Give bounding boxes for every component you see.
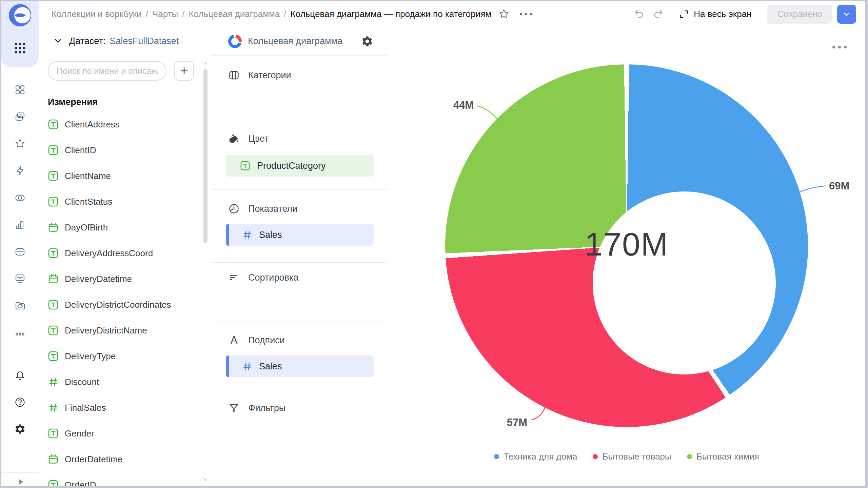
field-label: DayOfBirth	[65, 222, 108, 233]
fullscreen-icon[interactable]	[678, 8, 690, 20]
field-item-ClientName[interactable]: ClientName	[39, 163, 201, 189]
datalens-logo[interactable]	[9, 4, 31, 26]
rail-divider	[1, 472, 39, 473]
dimensions-header: Измерения	[48, 97, 98, 107]
field-label: DeliveryDistrictName	[65, 325, 147, 336]
topbar: Коллекции и воркбуки / Чарты / Кольцевая…	[39, 1, 865, 27]
nav-favorites-icon[interactable]	[14, 138, 26, 149]
chart-menu-icon[interactable]	[832, 46, 847, 48]
apps-grid-icon[interactable]	[13, 41, 27, 55]
nav-charts-icon[interactable]	[14, 219, 26, 231]
field-item-DeliveryAddressCoord[interactable]: DeliveryAddressCoord	[39, 240, 201, 266]
nav-monitoring-icon[interactable]	[14, 273, 26, 284]
field-item-DayOfBirth[interactable]: DayOfBirth	[39, 215, 201, 240]
field-item-DeliveryDistrictName[interactable]: DeliveryDistrictName	[39, 318, 201, 343]
field-search-input[interactable]	[48, 61, 166, 81]
favorite-star-icon[interactable]	[498, 8, 510, 20]
field-type-text-icon	[48, 119, 59, 130]
save-dropdown-button[interactable]	[837, 5, 856, 24]
legend-dot	[593, 454, 598, 459]
datalens-app: Коллекции и воркбуки / Чарты / Кольцевая…	[0, 0, 868, 488]
field-type-number-icon	[48, 377, 59, 387]
help-icon[interactable]	[14, 396, 26, 408]
nav-datasets-icon[interactable]	[14, 192, 26, 204]
notifications-bell-icon[interactable]	[14, 370, 26, 381]
field-type-number-icon	[242, 361, 252, 371]
scroll-down-icon[interactable]: ▼	[203, 477, 208, 482]
legend-dot	[494, 454, 499, 459]
field-item-ClientAddress[interactable]: ClientAddress	[39, 111, 201, 137]
nav-dashboards-icon[interactable]	[14, 246, 26, 258]
field-type-text-icon	[48, 196, 59, 207]
nav-storage-icon[interactable]	[14, 300, 26, 311]
expand-panel-icon[interactable]	[15, 476, 26, 487]
field-item-Gender[interactable]: Gender	[39, 421, 201, 446]
slice-label-57m: 57M	[492, 416, 527, 429]
field-type-text-icon	[48, 248, 59, 259]
field-item-DeliveryType[interactable]: DeliveryType	[39, 343, 201, 369]
add-field-button[interactable]	[174, 61, 194, 81]
field-label: OrderDatetime	[65, 454, 123, 465]
breadcrumb-workbook[interactable]: Кольцевая диаграмма	[189, 9, 280, 19]
field-item-Discount[interactable]: Discount	[39, 369, 201, 395]
field-type-date-icon	[48, 273, 59, 284]
field-item-ClientStatus[interactable]: ClientStatus	[39, 189, 201, 215]
field-label: DeliveryDatetime	[65, 274, 132, 284]
chart-settings-gear-icon[interactable]	[361, 35, 373, 47]
redo-icon[interactable]	[652, 8, 664, 20]
settings-gear-icon[interactable]	[14, 423, 26, 435]
scroll-up-icon[interactable]: ▲	[203, 60, 208, 65]
chevron-down-icon[interactable]	[53, 36, 63, 46]
breadcrumb: Коллекции и воркбуки / Чарты / Кольцевая…	[52, 9, 491, 19]
scrollbar-thumb[interactable]	[203, 69, 208, 243]
field-item-OrderID[interactable]: OrderID	[39, 472, 201, 486]
chart-config-panel: Кольцевая диаграмма Категории Цвет Produ…	[212, 27, 387, 486]
breadcrumb-charts[interactable]: Чарты	[152, 9, 178, 19]
legend-item[interactable]: Техника для дома	[494, 451, 577, 462]
field-item-OrderDatetime[interactable]: OrderDatetime	[39, 446, 201, 472]
page-title: Кольцевая диаграмма — продажи по категор…	[291, 9, 492, 19]
chart-type-header: Кольцевая диаграмма	[212, 27, 387, 56]
section-labels: A Подписи	[228, 333, 285, 347]
legend-item[interactable]: Бытовая химия	[687, 451, 759, 462]
section-color: Цвет	[228, 132, 269, 145]
pie-sector-icon	[228, 203, 240, 215]
color-field-pill[interactable]: ProductCategory	[226, 155, 374, 177]
saved-button[interactable]: Сохранено	[767, 5, 832, 24]
slice-label-44m: 44M	[438, 99, 474, 112]
chart-area: 170M 44M 69M 57M Техника для домаБытовые…	[388, 27, 865, 486]
field-type-text-icon	[48, 299, 59, 310]
more-actions-icon[interactable]	[520, 13, 532, 15]
fullscreen-label[interactable]: На весь экран	[694, 9, 751, 19]
chart-type-label[interactable]: Кольцевая диаграмма	[248, 36, 342, 46]
legend-label: Бытовые товары	[603, 451, 671, 462]
field-item-DeliveryDistrictCoordinates[interactable]: DeliveryDistrictCoordinates	[39, 292, 201, 318]
donut-chart-type-icon[interactable]	[228, 35, 242, 48]
field-label: Discount	[65, 377, 99, 387]
field-label: DeliveryAddressCoord	[65, 248, 153, 259]
field-item-DeliveryDatetime[interactable]: DeliveryDatetime	[39, 266, 201, 292]
field-type-number-icon	[242, 230, 252, 240]
section-categories: Категории	[228, 68, 291, 82]
undo-icon[interactable]	[633, 8, 645, 20]
field-label: ClientName	[65, 171, 111, 181]
categories-icon	[228, 69, 240, 81]
field-item-ClientID[interactable]: ClientID	[39, 137, 201, 163]
label-field-pill[interactable]: Sales	[226, 355, 374, 377]
nav-workbooks-icon[interactable]	[14, 111, 26, 122]
labels-a-icon: A	[228, 334, 240, 346]
field-label: Gender	[65, 428, 94, 439]
field-item-FinalSales[interactable]: FinalSales	[39, 395, 201, 421]
dataset-name-link[interactable]: SalesFullDataset	[110, 36, 179, 46]
legend-item[interactable]: Бытовые товары	[593, 451, 671, 462]
dataset-panel: Датасет: SalesFullDataset Измерения Clie…	[39, 27, 212, 486]
field-type-text-icon	[240, 161, 250, 171]
breadcrumb-collections[interactable]: Коллекции и воркбуки	[52, 9, 142, 19]
field-type-text-icon	[48, 351, 59, 362]
section-sort: Сортировка	[228, 271, 298, 284]
measure-field-pill[interactable]: Sales	[226, 224, 374, 246]
nav-collections-icon[interactable]	[14, 84, 26, 96]
filter-funnel-icon	[228, 402, 240, 414]
nav-more-icon[interactable]	[14, 328, 26, 340]
nav-connections-icon[interactable]	[14, 165, 26, 177]
